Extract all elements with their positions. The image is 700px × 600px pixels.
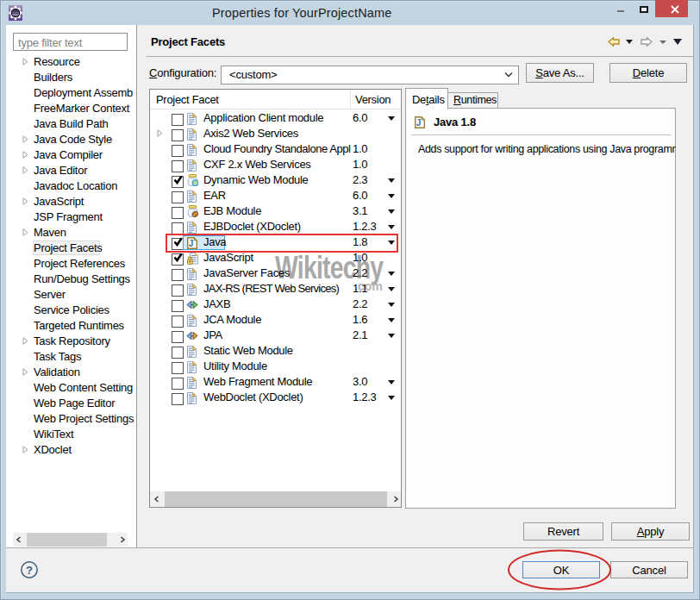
svg-text:?: ?	[26, 564, 33, 577]
svg-text:J: J	[416, 118, 422, 128]
